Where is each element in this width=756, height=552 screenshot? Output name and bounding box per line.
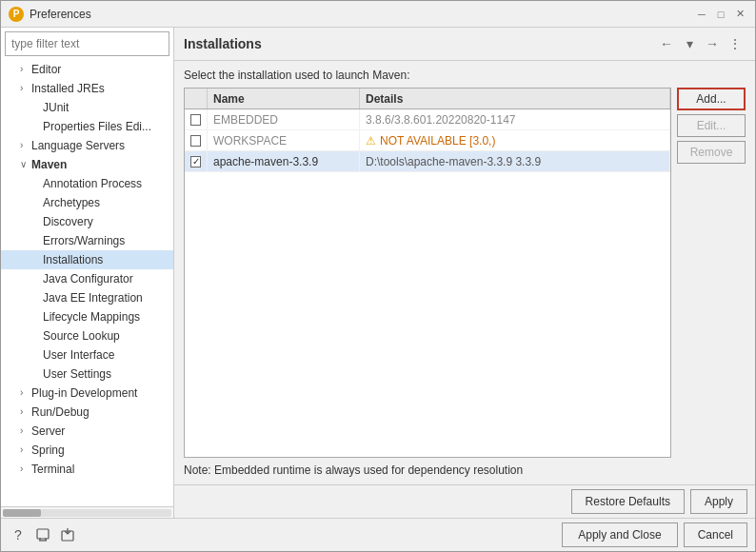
arrow-icon: ›	[20, 422, 31, 441]
table-body: EMBEDDED 3.8.6/3.8.601.20220820-1147 WOR…	[185, 109, 670, 457]
sidebar-item-spring[interactable]: › Spring	[1, 441, 173, 460]
table-row[interactable]: apache-maven-3.3.9 D:\tools\apache-maven…	[185, 151, 670, 172]
cancel-button[interactable]: Cancel	[684, 522, 747, 547]
row-checkbox[interactable]	[190, 156, 201, 168]
col-details: Details	[360, 89, 670, 108]
col-name: Name	[208, 89, 360, 108]
maximize-button[interactable]: □	[713, 7, 728, 22]
sidebar-item-installations[interactable]: Installations	[1, 250, 173, 269]
table-row[interactable]: EMBEDDED 3.8.6/3.8.601.20220820-1147	[185, 109, 670, 130]
forward-button[interactable]: →	[702, 33, 723, 54]
table-row[interactable]: WORKSPACE ⚠ NOT AVAILABLE [3.0,)	[185, 130, 670, 151]
title-bar: P Preferences ─ □ ✕	[1, 1, 755, 28]
restore-defaults-button[interactable]: Restore Defaults	[571, 489, 685, 514]
arrow-icon: ›	[20, 460, 31, 479]
arrow-icon: ›	[20, 136, 31, 155]
table-header: Name Details	[185, 89, 670, 109]
nav-buttons: ← ▾ → ⋮	[656, 33, 746, 54]
sidebar-item-user-interface[interactable]: User Interface	[1, 345, 173, 365]
import-preferences-icon[interactable]	[58, 525, 77, 544]
sidebar-item-junit[interactable]: JUnit	[1, 98, 173, 117]
right-panel: Installations ← ▾ → ⋮ Select the install…	[174, 28, 755, 518]
arrow-icon: ›	[20, 403, 31, 422]
remove-button[interactable]: Remove	[677, 141, 746, 164]
row-checkbox[interactable]	[190, 135, 201, 147]
sidebar-item-errors-warnings[interactable]: Errors/Warnings	[1, 231, 173, 250]
nav-menu-button[interactable]: ⋮	[725, 33, 746, 54]
bottom-bar: Restore Defaults Apply	[174, 484, 755, 518]
row-check-cell[interactable]	[185, 130, 208, 150]
row-check-cell[interactable]	[185, 109, 208, 129]
help-icon[interactable]: ?	[9, 525, 28, 544]
sidebar-item-annotation-process[interactable]: Annotation Process	[1, 174, 173, 193]
sidebar-item-user-settings[interactable]: User Settings	[1, 365, 173, 384]
tree-container: › Editor › Installed JREs JUnit Properti…	[1, 60, 173, 506]
table-actions: Add... Edit... Remove	[671, 88, 746, 458]
sidebar-item-installed-jres[interactable]: › Installed JREs	[1, 79, 173, 98]
close-button[interactable]: ✕	[732, 7, 747, 22]
sidebar-scrollbar[interactable]	[1, 506, 173, 518]
sidebar: › Editor › Installed JREs JUnit Properti…	[1, 28, 174, 518]
scrollbar-track	[3, 509, 171, 517]
row-name-cell: apache-maven-3.3.9	[208, 151, 360, 171]
note-text: Note: Embedded runtime is always used fo…	[184, 463, 746, 477]
col-check	[185, 89, 208, 108]
sidebar-item-language-servers[interactable]: › Language Servers	[1, 136, 173, 155]
filter-input[interactable]	[5, 31, 169, 56]
footer-bar: ? Apply and Close Cancel	[1, 518, 755, 551]
sidebar-item-java-ee-integration[interactable]: Java EE Integration	[1, 288, 173, 307]
sidebar-item-server[interactable]: › Server	[1, 422, 173, 441]
panel-title: Installations	[184, 36, 656, 51]
row-checkbox[interactable]	[190, 114, 201, 126]
main-content: › Editor › Installed JREs JUnit Properti…	[1, 28, 755, 518]
minimize-button[interactable]: ─	[694, 7, 709, 22]
panel-body: Select the installation used to launch M…	[174, 61, 755, 484]
add-button[interactable]: Add...	[677, 88, 746, 110]
svg-rect-0	[37, 529, 49, 539]
export-preferences-icon[interactable]	[33, 525, 52, 544]
window-title: Preferences	[30, 8, 694, 21]
panel-description: Select the installation used to launch M…	[184, 69, 746, 82]
warning-icon: ⚠	[366, 134, 376, 148]
sidebar-item-plugin-development[interactable]: › Plug-in Development	[1, 384, 173, 403]
sidebar-item-maven[interactable]: ∨ Maven	[1, 155, 173, 174]
arrow-icon: ›	[20, 441, 31, 460]
window-icon: P	[9, 7, 24, 22]
sidebar-item-terminal[interactable]: › Terminal	[1, 460, 173, 479]
sidebar-item-editor[interactable]: › Editor	[1, 60, 173, 79]
sidebar-item-properties-files[interactable]: Properties Files Edi...	[1, 117, 173, 136]
sidebar-item-java-configurator[interactable]: Java Configurator	[1, 269, 173, 288]
arrow-icon: ›	[20, 384, 31, 403]
sidebar-item-lifecycle-mappings[interactable]: Lifecycle Mappings	[1, 307, 173, 326]
preferences-window: P Preferences ─ □ ✕ › Editor › Installed…	[0, 0, 756, 552]
window-controls: ─ □ ✕	[694, 7, 747, 22]
back-button[interactable]: ←	[656, 33, 677, 54]
row-details-cell: ⚠ NOT AVAILABLE [3.0,)	[360, 130, 670, 150]
sidebar-item-discovery[interactable]: Discovery	[1, 212, 173, 231]
sidebar-item-source-lookup[interactable]: Source Lookup	[1, 326, 173, 345]
panel-header: Installations ← ▾ → ⋮	[174, 28, 755, 61]
row-name-cell: EMBEDDED	[208, 109, 360, 129]
installations-table: Name Details E	[184, 88, 671, 458]
apply-button[interactable]: Apply	[690, 489, 747, 514]
sidebar-item-archetypes[interactable]: Archetypes	[1, 193, 173, 212]
row-check-cell[interactable]	[185, 151, 208, 171]
table-with-actions: Name Details E	[184, 88, 746, 458]
scrollbar-thumb	[3, 509, 41, 517]
row-details-cell: D:\tools\apache-maven-3.3.9 3.3.9	[360, 151, 670, 171]
row-details-cell: 3.8.6/3.8.601.20220820-1147	[360, 109, 670, 129]
arrow-icon: ∨	[20, 155, 31, 174]
apply-and-close-button[interactable]: Apply and Close	[562, 522, 677, 547]
edit-button[interactable]: Edit...	[677, 114, 746, 137]
arrow-icon: ›	[20, 60, 31, 79]
arrow-icon: ›	[20, 79, 31, 98]
row-name-cell: WORKSPACE	[208, 130, 360, 150]
nav-dropdown-button[interactable]: ▾	[679, 33, 700, 54]
sidebar-item-run-debug[interactable]: › Run/Debug	[1, 403, 173, 422]
